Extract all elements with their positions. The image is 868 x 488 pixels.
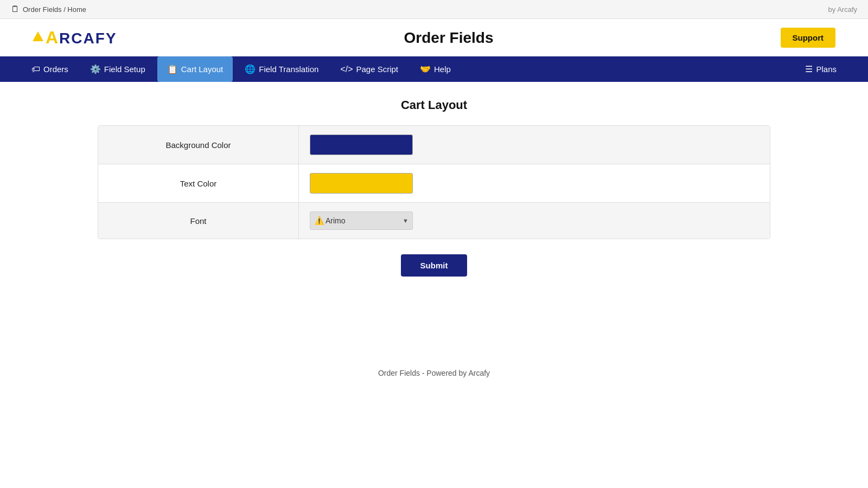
footer: Order Fields - Powered by Arcafy	[0, 358, 868, 388]
nav-item-cart-layout-label: Cart Layout	[181, 65, 224, 74]
cart-layout-icon: 📋	[167, 64, 178, 74]
text-color-label: Text Color	[98, 164, 299, 202]
page-title: Cart Layout	[98, 98, 770, 112]
background-color-row: Background Color	[98, 126, 770, 164]
nav-item-plans[interactable]: ☰ Plans	[795, 56, 846, 82]
nav-item-page-script[interactable]: </> Page Script	[330, 57, 408, 82]
logo: ARCAFY	[33, 28, 117, 48]
logo-a: A	[46, 28, 59, 47]
field-translation-icon: 🌐	[245, 64, 256, 74]
help-icon: 🤝	[420, 64, 431, 74]
background-color-value-cell	[299, 126, 770, 164]
nav-item-field-translation-label: Field Translation	[259, 65, 318, 74]
page-header-title: Order Fields	[404, 29, 494, 47]
support-button[interactable]: Support	[781, 28, 836, 48]
font-select-wrapper: Arimo Arial Roboto Open Sans Lato ⚠️	[310, 211, 413, 230]
nav-item-field-setup-label: Field Setup	[104, 65, 145, 74]
top-bar-by: by Arcafy	[828, 5, 857, 14]
main-nav: 🏷 Orders ⚙️ Field Setup 📋 Cart Layout 🌐 …	[0, 56, 868, 82]
plans-icon: ☰	[805, 64, 813, 74]
text-color-value-cell	[299, 164, 770, 202]
page-script-icon: </>	[340, 65, 353, 74]
logo-triangle-icon	[33, 31, 43, 41]
nav-item-cart-layout[interactable]: 📋 Cart Layout	[157, 56, 233, 82]
text-color-swatch[interactable]	[310, 173, 413, 194]
nav-item-orders[interactable]: 🏷 Orders	[22, 57, 78, 82]
background-color-label: Background Color	[98, 126, 299, 164]
nav-item-orders-label: Orders	[43, 65, 68, 74]
nav-item-field-translation[interactable]: 🌐 Field Translation	[235, 56, 328, 82]
nav-item-field-setup[interactable]: ⚙️ Field Setup	[80, 56, 155, 82]
submit-row: Submit	[98, 254, 770, 277]
submit-button[interactable]: Submit	[401, 254, 468, 277]
nav-item-help[interactable]: 🤝 Help	[410, 56, 461, 82]
nav-item-help-label: Help	[434, 65, 451, 74]
text-color-row: Text Color	[98, 164, 770, 203]
nav-item-plans-label: Plans	[816, 65, 837, 74]
font-select[interactable]: Arimo Arial Roboto Open Sans Lato	[310, 211, 413, 230]
form-table: Background Color Text Color Font Arimo A…	[98, 125, 770, 239]
top-bar: 🗒 Order Fields / Home by Arcafy	[0, 0, 868, 19]
app-icon: 🗒	[11, 4, 20, 14]
breadcrumb: Order Fields / Home	[23, 5, 86, 14]
font-value-cell: Arimo Arial Roboto Open Sans Lato ⚠️	[299, 203, 770, 239]
header: ARCAFY Order Fields Support	[0, 19, 868, 56]
nav-item-page-script-label: Page Script	[356, 65, 398, 74]
font-label: Font	[98, 203, 299, 239]
footer-text: Order Fields - Powered by Arcafy	[378, 369, 490, 377]
top-bar-left: 🗒 Order Fields / Home	[11, 4, 86, 14]
orders-icon: 🏷	[31, 65, 40, 74]
font-row: Font Arimo Arial Roboto Open Sans Lato ⚠…	[98, 203, 770, 239]
logo-text: ARCAFY	[46, 28, 117, 48]
field-setup-icon: ⚙️	[90, 64, 101, 74]
background-color-swatch[interactable]	[310, 134, 413, 155]
main-content: Cart Layout Background Color Text Color …	[76, 82, 792, 293]
